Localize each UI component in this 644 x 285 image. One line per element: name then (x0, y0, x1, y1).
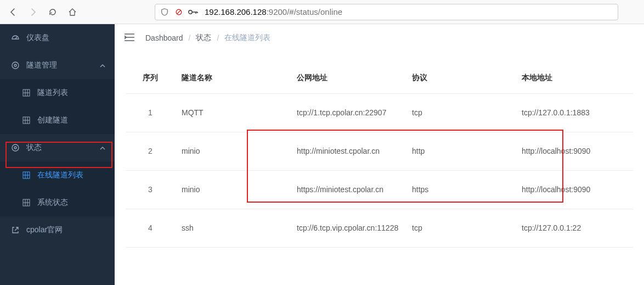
table-row[interactable]: 1 MQTT tcp://1.tcp.cpolar.cn:22907 tcp t… (126, 93, 633, 132)
status-icon (11, 143, 20, 152)
url-bar[interactable]: 192.168.206.128:9200/#/status/online (155, 4, 618, 20)
chevron-up-icon (99, 144, 106, 151)
cell-seq: 4 (126, 209, 175, 247)
tunnel-icon (11, 61, 20, 70)
cell-local: http://localhost:9090 (515, 170, 633, 209)
sidebar-item-official[interactable]: cpolar官网 (0, 216, 115, 244)
cell-local: tcp://127.0.0.1:22 (515, 209, 633, 247)
sidebar-item-dashboard[interactable]: 仪表盘 (0, 24, 115, 52)
sidebar-sub-online-list[interactable]: 在线隧道列表 (0, 161, 115, 189)
grid-icon (22, 116, 31, 125)
cell-proto: tcp (405, 209, 515, 247)
cell-seq: 1 (126, 93, 175, 132)
col-seq: 序列 (126, 63, 175, 93)
sidebar-item-label: 仪表盘 (26, 33, 49, 43)
external-link-icon (11, 226, 20, 234)
breadcrumb-root[interactable]: Dashboard (145, 33, 183, 42)
gauge-icon (11, 33, 20, 42)
sidebar-item-label: 隧道管理 (26, 60, 57, 70)
sidebar-item-label: 隧道列表 (37, 88, 68, 98)
breadcrumb-current: 在线隧道列表 (224, 33, 270, 43)
cell-name: minio (175, 170, 290, 209)
cell-local: http://localhost:9090 (515, 132, 633, 170)
sidebar-item-label: cpolar官网 (26, 225, 63, 235)
reload-button[interactable] (44, 3, 61, 21)
chevron-up-icon (99, 62, 106, 69)
arrow-left-icon (9, 8, 18, 16)
cell-public: http://miniotest.cpolar.cn (290, 132, 405, 170)
svg-line-1 (177, 10, 180, 13)
collapse-menu-icon[interactable] (125, 33, 134, 43)
cell-public: tcp://6.tcp.vip.cpolar.cn:11228 (290, 209, 405, 247)
cell-local: tcp://127.0.0.1:1883 (515, 93, 633, 132)
browser-toolbar: 192.168.206.128:9200/#/status/online (0, 0, 644, 24)
url-rest: :9200/#/status/online (267, 7, 342, 16)
tunnel-table: 序列 隧道名称 公网地址 协议 本地地址 1 MQTT tcp://1.tcp.… (126, 63, 633, 248)
home-button[interactable] (64, 3, 81, 21)
grid-icon (22, 171, 31, 180)
col-proto: 协议 (405, 63, 515, 93)
col-public: 公网地址 (290, 63, 405, 93)
table-row[interactable]: 2 minio http://miniotest.cpolar.cn http … (126, 132, 633, 170)
table-row[interactable]: 3 minio https://miniotest.cpolar.cn http… (126, 170, 633, 209)
cell-public: https://miniotest.cpolar.cn (290, 170, 405, 209)
sidebar-item-label: 系统状态 (37, 198, 68, 208)
table-header-row: 序列 隧道名称 公网地址 协议 本地地址 (126, 63, 633, 93)
sidebar-sub-tunnel-create[interactable]: 创建隧道 (0, 107, 115, 134)
svg-point-7 (12, 144, 19, 151)
cell-public: tcp://1.tcp.cpolar.cn:22907 (290, 93, 405, 132)
sidebar: 仪表盘 隧道管理 隧道列表 创建隧道 (0, 24, 115, 285)
cell-seq: 3 (126, 170, 175, 209)
sidebar-item-label: 状态 (26, 143, 42, 153)
key-icon (188, 9, 198, 15)
col-name: 隧道名称 (175, 63, 290, 93)
breadcrumb-sep: / (189, 33, 191, 42)
svg-point-4 (14, 64, 16, 66)
sidebar-sub-tunnel-list[interactable]: 隧道列表 (0, 79, 115, 107)
app: 仪表盘 隧道管理 隧道列表 创建隧道 (0, 24, 644, 285)
url-text: 192.168.206.128:9200/#/status/online (205, 7, 342, 16)
cell-name: MQTT (175, 93, 290, 132)
main-content: Dashboard / 状态 / 在线隧道列表 序列 隧道名称 公网地址 协议 … (115, 24, 644, 285)
back-button[interactable] (4, 3, 22, 21)
sidebar-sub-system-status[interactable]: 系统状态 (0, 189, 115, 216)
breadcrumb-sep: / (217, 33, 219, 42)
table-row[interactable]: 4 ssh tcp://6.tcp.vip.cpolar.cn:11228 tc… (126, 209, 633, 247)
sidebar-item-tunnel[interactable]: 隧道管理 (0, 52, 115, 79)
home-icon (68, 8, 77, 16)
sidebar-item-label: 在线隧道列表 (37, 170, 83, 180)
tunnel-table-card: 序列 隧道名称 公网地址 协议 本地地址 1 MQTT tcp://1.tcp.… (126, 63, 633, 248)
reload-icon (48, 8, 57, 16)
permission-icon (174, 8, 184, 16)
forward-button (24, 3, 42, 21)
grid-icon (22, 198, 31, 207)
col-local: 本地地址 (515, 63, 633, 93)
svg-point-2 (189, 10, 192, 13)
cell-name: minio (175, 132, 290, 170)
breadcrumb: Dashboard / 状态 / 在线隧道列表 (115, 24, 644, 52)
cell-proto: http (405, 132, 515, 170)
cell-proto: tcp (405, 93, 515, 132)
arrow-right-icon (29, 8, 37, 16)
content: 序列 隧道名称 公网地址 协议 本地地址 1 MQTT tcp://1.tcp.… (115, 52, 644, 248)
cell-seq: 2 (126, 132, 175, 170)
svg-point-8 (14, 147, 16, 149)
shield-icon (160, 8, 170, 16)
breadcrumb-mid[interactable]: 状态 (196, 33, 211, 43)
svg-point-3 (12, 62, 19, 69)
url-host: 192.168.206.128 (205, 7, 267, 16)
sidebar-item-status[interactable]: 状态 (0, 134, 115, 161)
cell-proto: https (405, 170, 515, 209)
sidebar-item-label: 创建隧道 (37, 115, 68, 125)
grid-icon (22, 88, 31, 97)
cell-name: ssh (175, 209, 290, 247)
